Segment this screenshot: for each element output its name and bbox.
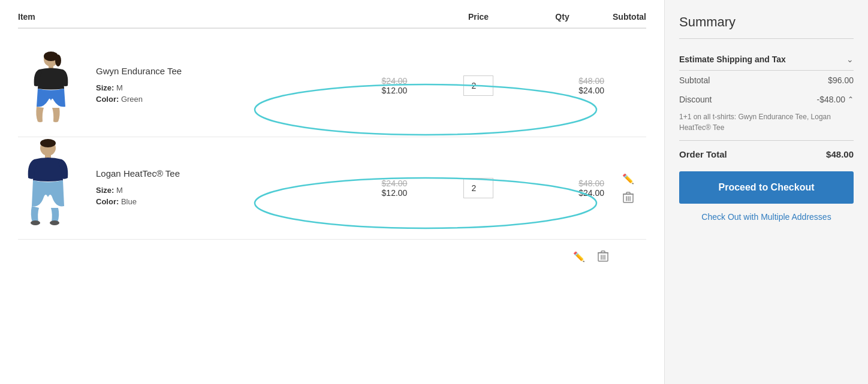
discount-amount: -$48.00 — [817, 95, 845, 104]
cart-row-inner-2: Logan HeatTec® Tee Size: M Color: Blue $… — [18, 137, 646, 240]
subtotal-col-1: $48.00 $24.00 — [514, 76, 610, 95]
order-total-row: Order Total $48.00 — [679, 141, 854, 171]
price-discounted-2: $12.00 — [346, 188, 442, 198]
bottom-actions: ✏️ — [18, 240, 646, 264]
subtotal-discounted-1: $24.00 — [514, 86, 604, 95]
price-discounted-1: $12.00 — [346, 86, 442, 95]
estimate-shipping-row[interactable]: Estimate Shipping and Tax ⌄ — [679, 49, 854, 71]
header-item: Item — [18, 12, 442, 22]
product-name-1: Gwyn Endurance Tee — [96, 66, 346, 76]
actions-col-2: ✏️ — [610, 171, 646, 205]
summary-panel: Summary Estimate Shipping and Tax ⌄ Subt… — [664, 0, 868, 384]
product-size-1: Size: M — [96, 83, 346, 92]
header-subtotal: Subtotal — [610, 12, 646, 22]
order-total-label: Order Total — [679, 149, 727, 159]
svg-point-6 — [40, 139, 56, 147]
cart-row-inner-1: Gwyn Endurance Tee Size: M Color: Green … — [18, 35, 646, 137]
qty-input-2[interactable] — [463, 178, 493, 198]
cart-table-header: Item Price Qty Subtotal — [18, 12, 646, 29]
edit-icon-bottom[interactable]: ✏️ — [572, 249, 586, 264]
header-price: Price — [442, 12, 514, 22]
product-size-2: Size: M — [96, 186, 346, 195]
discount-row: Discount -$48.00 ⌃ — [679, 90, 854, 109]
subtotal-value: $96.00 — [828, 75, 854, 85]
shipping-label: Estimate Shipping and Tax — [679, 55, 786, 64]
price-original-1: $24.00 — [346, 76, 442, 86]
page-wrapper: Item Price Qty Subtotal — [0, 0, 868, 384]
cart-row-1: Gwyn Endurance Tee Size: M Color: Green … — [18, 35, 646, 137]
subtotal-row: Subtotal $96.00 — [679, 71, 854, 90]
product-info-1: Gwyn Endurance Tee Size: M Color: Green — [90, 66, 346, 106]
discount-note: 1+1 on all t-shirts: Gwyn Endurance Tee,… — [679, 109, 854, 141]
product-info-2: Logan HeatTec® Tee Size: M Color: Blue — [90, 168, 346, 208]
chevron-down-icon: ⌄ — [846, 55, 854, 64]
product-color-1: Color: Green — [96, 95, 346, 104]
qty-col-1 — [442, 75, 514, 96]
header-qty: Qty — [514, 12, 610, 22]
multi-address-link[interactable]: Check Out with Multiple Addresses — [679, 212, 854, 222]
checkout-button[interactable]: Proceed to Checkout — [679, 171, 854, 204]
price-col-1: $24.00 $12.00 — [346, 76, 442, 95]
discount-value: -$48.00 ⌃ — [817, 95, 854, 104]
qty-input-1[interactable] — [463, 75, 493, 96]
chevron-up-icon: ⌃ — [848, 95, 854, 104]
product-name-2: Logan HeatTec® Tee — [96, 168, 346, 179]
svg-point-8 — [31, 220, 40, 225]
delete-icon-bottom[interactable] — [596, 249, 610, 264]
product-image-1 — [18, 47, 78, 125]
product-image-2 — [18, 149, 78, 227]
subtotal-original-1: $48.00 — [514, 76, 604, 86]
svg-point-2 — [55, 55, 61, 66]
product-color-2: Color: Blue — [96, 197, 346, 206]
cart-row-2: Logan HeatTec® Tee Size: M Color: Blue $… — [18, 137, 646, 240]
discount-label: Discount — [679, 95, 712, 104]
summary-title: Summary — [679, 14, 854, 39]
cart-area: Item Price Qty Subtotal — [0, 0, 664, 384]
subtotal-label: Subtotal — [679, 75, 710, 85]
qty-col-2 — [442, 178, 514, 198]
subtotal-original-2: $48.00 — [514, 179, 604, 188]
edit-icon-2[interactable]: ✏️ — [621, 171, 635, 186]
subtotal-col-2: $48.00 $24.00 — [514, 179, 610, 198]
price-original-2: $24.00 — [346, 179, 442, 188]
price-col-2: $24.00 $12.00 — [346, 179, 442, 198]
svg-point-9 — [50, 220, 59, 225]
order-total-value: $48.00 — [826, 149, 854, 159]
subtotal-discounted-2: $24.00 — [514, 188, 604, 198]
delete-icon-2[interactable] — [621, 191, 635, 205]
